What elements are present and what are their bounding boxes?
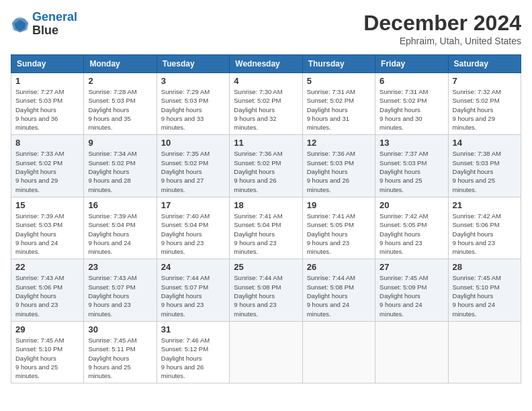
day-number: 24: [161, 262, 225, 272]
calendar-cell: [302, 321, 375, 383]
day-info: Sunrise: 7:40 AM Sunset: 5:04 PM Dayligh…: [161, 212, 225, 256]
day-info: Sunrise: 7:43 AM Sunset: 5:07 PM Dayligh…: [88, 273, 152, 318]
calendar-cell: 28 Sunrise: 7:45 AM Sunset: 5:10 PM Dayl…: [448, 259, 521, 321]
calendar-cell: 21 Sunrise: 7:42 AM Sunset: 5:06 PM Dayl…: [448, 197, 521, 259]
calendar-cell: 2 Sunrise: 7:28 AM Sunset: 5:03 PM Dayli…: [84, 73, 157, 135]
calendar-cell: 6 Sunrise: 7:31 AM Sunset: 5:02 PM Dayli…: [375, 73, 448, 135]
title-block: December 2024 Ephraim, Utah, United Stat…: [363, 11, 521, 46]
day-number: 5: [307, 76, 371, 86]
day-info: Sunrise: 7:38 AM Sunset: 5:03 PM Dayligh…: [453, 149, 517, 193]
calendar-cell: 8 Sunrise: 7:33 AM Sunset: 5:02 PM Dayli…: [11, 135, 84, 197]
day-number: 3: [161, 76, 225, 86]
day-number: 26: [307, 262, 371, 272]
calendar-cell: 17 Sunrise: 7:40 AM Sunset: 5:04 PM Dayl…: [157, 197, 229, 259]
page-header: General Blue December 2024 Ephraim, Utah…: [11, 11, 521, 46]
day-number: 31: [161, 324, 225, 334]
calendar-week-row: 1 Sunrise: 7:27 AM Sunset: 5:03 PM Dayli…: [11, 73, 521, 135]
calendar-header-cell: Thursday: [302, 55, 375, 73]
day-number: 15: [15, 200, 79, 210]
logo-text: General Blue: [32, 11, 77, 38]
calendar-cell: 13 Sunrise: 7:37 AM Sunset: 5:03 PM Dayl…: [375, 135, 448, 197]
day-number: 8: [15, 138, 79, 148]
day-number: 1: [15, 76, 79, 86]
day-number: 16: [88, 200, 152, 210]
day-info: Sunrise: 7:32 AM Sunset: 5:02 PM Dayligh…: [453, 87, 517, 132]
day-info: Sunrise: 7:44 AM Sunset: 5:07 PM Dayligh…: [161, 273, 225, 318]
day-number: 7: [453, 76, 517, 86]
logo: General Blue: [11, 11, 77, 38]
day-number: 9: [88, 138, 152, 148]
day-number: 17: [161, 200, 225, 210]
calendar-table: SundayMondayTuesdayWednesdayThursdayFrid…: [11, 54, 521, 383]
day-info: Sunrise: 7:43 AM Sunset: 5:06 PM Dayligh…: [15, 273, 79, 318]
calendar-header-cell: Saturday: [448, 55, 521, 73]
day-number: 20: [380, 200, 443, 210]
calendar-cell: 31 Sunrise: 7:46 AM Sunset: 5:12 PM Dayl…: [157, 321, 229, 383]
day-number: 30: [88, 324, 152, 334]
location: Ephraim, Utah, United States: [363, 36, 521, 46]
calendar-header-cell: Monday: [84, 55, 157, 73]
day-info: Sunrise: 7:31 AM Sunset: 5:02 PM Dayligh…: [307, 87, 371, 132]
month-title: December 2024: [363, 11, 521, 36]
day-number: 21: [453, 200, 517, 210]
day-number: 12: [307, 138, 371, 148]
day-number: 2: [88, 76, 152, 86]
calendar-cell: 27 Sunrise: 7:45 AM Sunset: 5:09 PM Dayl…: [375, 259, 448, 321]
calendar-cell: 3 Sunrise: 7:29 AM Sunset: 5:03 PM Dayli…: [157, 73, 229, 135]
day-info: Sunrise: 7:45 AM Sunset: 5:09 PM Dayligh…: [380, 273, 443, 318]
calendar-header-cell: Sunday: [11, 55, 84, 73]
day-number: 13: [380, 138, 443, 148]
calendar-cell: 5 Sunrise: 7:31 AM Sunset: 5:02 PM Dayli…: [302, 73, 375, 135]
day-number: 28: [453, 262, 517, 272]
day-number: 11: [234, 138, 298, 148]
day-info: Sunrise: 7:31 AM Sunset: 5:02 PM Dayligh…: [380, 87, 443, 132]
day-info: Sunrise: 7:39 AM Sunset: 5:04 PM Dayligh…: [88, 212, 152, 256]
day-info: Sunrise: 7:30 AM Sunset: 5:02 PM Dayligh…: [234, 87, 298, 132]
calendar-cell: 1 Sunrise: 7:27 AM Sunset: 5:03 PM Dayli…: [11, 73, 84, 135]
calendar-header-cell: Friday: [375, 55, 448, 73]
day-number: 10: [161, 138, 225, 148]
calendar-cell: [448, 321, 521, 383]
day-number: 19: [307, 200, 371, 210]
calendar-header-cell: Tuesday: [157, 55, 229, 73]
day-info: Sunrise: 7:36 AM Sunset: 5:02 PM Dayligh…: [234, 149, 298, 193]
calendar-cell: 30 Sunrise: 7:45 AM Sunset: 5:11 PM Dayl…: [84, 321, 157, 383]
calendar-body: 1 Sunrise: 7:27 AM Sunset: 5:03 PM Dayli…: [11, 73, 521, 383]
calendar-cell: 4 Sunrise: 7:30 AM Sunset: 5:02 PM Dayli…: [230, 73, 302, 135]
day-info: Sunrise: 7:35 AM Sunset: 5:02 PM Dayligh…: [161, 149, 225, 193]
day-info: Sunrise: 7:36 AM Sunset: 5:03 PM Dayligh…: [307, 149, 371, 193]
day-number: 22: [15, 262, 79, 272]
calendar-cell: 9 Sunrise: 7:34 AM Sunset: 5:02 PM Dayli…: [84, 135, 157, 197]
day-info: Sunrise: 7:27 AM Sunset: 5:03 PM Dayligh…: [15, 87, 79, 132]
calendar-week-row: 22 Sunrise: 7:43 AM Sunset: 5:06 PM Dayl…: [11, 259, 521, 321]
day-info: Sunrise: 7:37 AM Sunset: 5:03 PM Dayligh…: [380, 149, 443, 193]
calendar-cell: 20 Sunrise: 7:42 AM Sunset: 5:05 PM Dayl…: [375, 197, 448, 259]
day-info: Sunrise: 7:46 AM Sunset: 5:12 PM Dayligh…: [161, 336, 225, 380]
calendar-cell: 26 Sunrise: 7:44 AM Sunset: 5:08 PM Dayl…: [302, 259, 375, 321]
calendar-cell: 10 Sunrise: 7:35 AM Sunset: 5:02 PM Dayl…: [157, 135, 229, 197]
day-info: Sunrise: 7:44 AM Sunset: 5:08 PM Dayligh…: [307, 273, 371, 318]
day-info: Sunrise: 7:45 AM Sunset: 5:11 PM Dayligh…: [88, 336, 152, 380]
calendar-header-row: SundayMondayTuesdayWednesdayThursdayFrid…: [11, 55, 521, 73]
day-info: Sunrise: 7:45 AM Sunset: 5:10 PM Dayligh…: [15, 336, 79, 380]
calendar-cell: 16 Sunrise: 7:39 AM Sunset: 5:04 PM Dayl…: [84, 197, 157, 259]
day-info: Sunrise: 7:45 AM Sunset: 5:10 PM Dayligh…: [453, 273, 517, 318]
day-info: Sunrise: 7:41 AM Sunset: 5:05 PM Dayligh…: [307, 212, 371, 256]
calendar-cell: 24 Sunrise: 7:44 AM Sunset: 5:07 PM Dayl…: [157, 259, 229, 321]
day-info: Sunrise: 7:41 AM Sunset: 5:04 PM Dayligh…: [234, 212, 298, 256]
calendar-cell: [375, 321, 448, 383]
day-info: Sunrise: 7:28 AM Sunset: 5:03 PM Dayligh…: [88, 87, 152, 132]
day-info: Sunrise: 7:44 AM Sunset: 5:08 PM Dayligh…: [234, 273, 298, 318]
day-info: Sunrise: 7:39 AM Sunset: 5:03 PM Dayligh…: [15, 212, 79, 256]
calendar-cell: 19 Sunrise: 7:41 AM Sunset: 5:05 PM Dayl…: [302, 197, 375, 259]
calendar-week-row: 15 Sunrise: 7:39 AM Sunset: 5:03 PM Dayl…: [11, 197, 521, 259]
day-info: Sunrise: 7:34 AM Sunset: 5:02 PM Dayligh…: [88, 149, 152, 193]
day-number: 4: [234, 76, 298, 86]
day-number: 25: [234, 262, 298, 272]
calendar-header-cell: Wednesday: [230, 55, 302, 73]
calendar-cell: 23 Sunrise: 7:43 AM Sunset: 5:07 PM Dayl…: [84, 259, 157, 321]
calendar-week-row: 29 Sunrise: 7:45 AM Sunset: 5:10 PM Dayl…: [11, 321, 521, 383]
calendar-cell: 22 Sunrise: 7:43 AM Sunset: 5:06 PM Dayl…: [11, 259, 84, 321]
calendar-cell: 25 Sunrise: 7:44 AM Sunset: 5:08 PM Dayl…: [230, 259, 302, 321]
calendar-cell: 11 Sunrise: 7:36 AM Sunset: 5:02 PM Dayl…: [230, 135, 302, 197]
